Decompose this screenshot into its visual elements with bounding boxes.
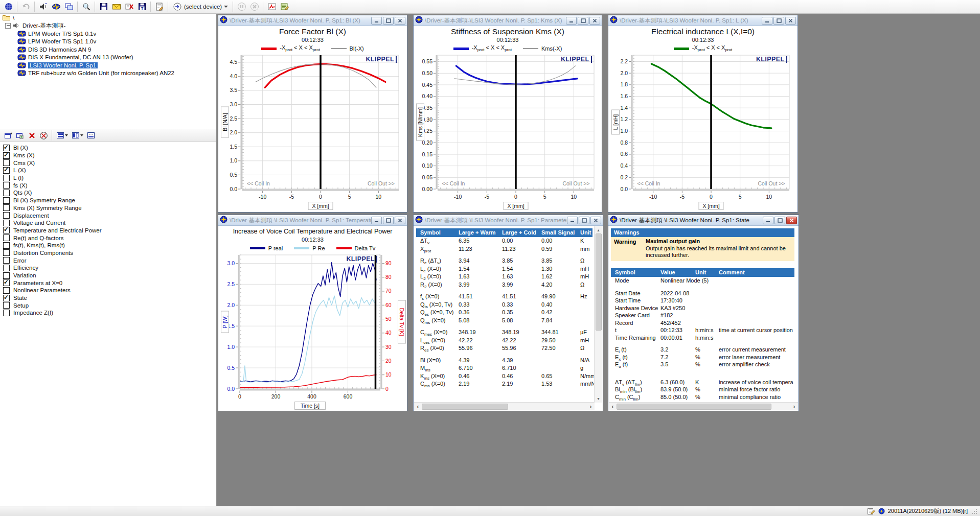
minimize-button[interactable] bbox=[371, 17, 382, 25]
checkbox[interactable] bbox=[3, 152, 10, 159]
checkbox[interactable] bbox=[3, 242, 10, 249]
operation-item[interactable]: Setup bbox=[0, 301, 216, 309]
operation-item[interactable]: Nonlinear Parameters bbox=[0, 287, 216, 294]
operation-item[interactable]: Distortion Components bbox=[0, 249, 216, 257]
scrollbar-thumb[interactable] bbox=[422, 404, 508, 410]
minimize-button[interactable] bbox=[567, 217, 578, 224]
scrollbar-thumb[interactable] bbox=[596, 233, 602, 331]
checkbox[interactable] bbox=[3, 212, 10, 219]
tree-root[interactable]: \ bbox=[0, 14, 216, 22]
operation-item[interactable]: State bbox=[0, 294, 216, 302]
pause-icon[interactable] bbox=[235, 1, 248, 13]
temperature-power-plot[interactable]: 02004006000.00.51.01.52.02.53.0010203040… bbox=[219, 253, 406, 410]
checkbox[interactable] bbox=[3, 197, 10, 204]
horizontal-scrollbar[interactable]: ‹ › bbox=[414, 402, 595, 410]
operation-item[interactable]: Bl (X) bbox=[0, 144, 216, 152]
open-window-settings-icon[interactable] bbox=[14, 130, 26, 141]
tree-group[interactable]: Driver-基本測項- bbox=[0, 22, 216, 30]
copy-window-icon[interactable] bbox=[62, 1, 75, 13]
close-button[interactable] bbox=[395, 17, 405, 25]
vertical-scrollbar[interactable]: ▲ ▼ bbox=[594, 226, 602, 403]
close-button[interactable] bbox=[589, 17, 600, 25]
checkbox[interactable] bbox=[3, 175, 10, 181]
operation-item[interactable]: Parameters at X=0 bbox=[0, 279, 216, 287]
checkbox[interactable] bbox=[3, 279, 10, 286]
scroll-left-icon[interactable]: ‹ bbox=[414, 403, 422, 410]
tree-item[interactable]: DIS X Fundamental, DC AN 13 (Woofer) bbox=[0, 54, 216, 62]
minimize-button[interactable] bbox=[371, 217, 382, 224]
horizontal-scrollbar[interactable]: ‹ › bbox=[609, 402, 798, 410]
checkbox[interactable] bbox=[3, 272, 10, 279]
layout-rows-icon[interactable] bbox=[54, 130, 66, 141]
titlebar[interactable]: \Driver-基本測項-\LSI3 Woofer Nonl. P. Sp1: … bbox=[414, 215, 603, 226]
speaker-icon[interactable] bbox=[37, 1, 50, 13]
scroll-right-icon[interactable]: › bbox=[587, 403, 595, 410]
titlebar[interactable]: \Driver-基本測項-\LSI3 Woofer Nonl. P. Sp1: … bbox=[414, 15, 602, 26]
checkbox[interactable] bbox=[3, 190, 10, 196]
notes-icon[interactable] bbox=[278, 1, 291, 13]
layout-bottom-icon[interactable] bbox=[85, 130, 97, 141]
maximize-button[interactable] bbox=[578, 17, 588, 25]
maximize-button[interactable] bbox=[773, 17, 784, 25]
operation-item[interactable]: Kms (X) bbox=[0, 152, 216, 159]
minimize-button[interactable] bbox=[762, 17, 772, 25]
minimize-button[interactable] bbox=[566, 17, 577, 25]
resize-grip[interactable] bbox=[971, 508, 978, 515]
checkbox[interactable] bbox=[3, 227, 10, 233]
properties-icon[interactable] bbox=[153, 1, 166, 13]
close-button[interactable] bbox=[590, 217, 601, 224]
operation-item[interactable]: Re(t) and Q-factors bbox=[0, 234, 216, 242]
tree-item[interactable]: LPM Woofer T/S Sp1 0.1v bbox=[0, 30, 216, 38]
operation-item[interactable]: Temperature and Electrical Power bbox=[0, 227, 216, 234]
select-device-dropdown[interactable]: (select device) bbox=[170, 1, 231, 13]
close-button[interactable] bbox=[395, 217, 405, 224]
tree-item[interactable]: TRF rub+buzz w/o Golden Unit (for micros… bbox=[0, 69, 216, 78]
save-icon[interactable] bbox=[97, 1, 110, 13]
checkbox[interactable] bbox=[3, 167, 10, 174]
open-window-icon[interactable] bbox=[3, 130, 14, 141]
chevron-down-icon[interactable] bbox=[80, 134, 83, 136]
operation-item[interactable]: L (X) bbox=[0, 167, 216, 174]
operation-item[interactable]: Bl (X) Symmetry Range bbox=[0, 197, 216, 204]
checkbox[interactable] bbox=[3, 182, 10, 189]
discard-icon[interactable] bbox=[38, 130, 50, 141]
operation-item[interactable]: L (I) bbox=[0, 174, 216, 182]
checkbox[interactable] bbox=[3, 204, 10, 211]
checkbox[interactable] bbox=[3, 310, 10, 316]
operation-item[interactable]: Qts (X) bbox=[0, 189, 216, 197]
measurement-icon[interactable] bbox=[50, 1, 62, 13]
delete-results-icon[interactable] bbox=[123, 1, 135, 13]
scroll-down-icon[interactable]: ▼ bbox=[595, 395, 602, 403]
scrollbar-thumb[interactable] bbox=[617, 404, 771, 410]
app-icon[interactable] bbox=[2, 1, 15, 13]
operation-item[interactable]: Error bbox=[0, 256, 216, 264]
maximize-button[interactable] bbox=[383, 217, 394, 224]
titlebar[interactable]: \Driver-基本測項-\LSI3 Woofer Nonl. P. Sp1: … bbox=[218, 215, 407, 226]
delete-icon[interactable] bbox=[26, 130, 38, 141]
layout-columns-icon[interactable] bbox=[70, 130, 81, 141]
checkbox[interactable] bbox=[3, 220, 10, 226]
checkbox[interactable] bbox=[3, 295, 10, 301]
close-button[interactable] bbox=[786, 217, 797, 224]
scroll-left-icon[interactable]: ‹ bbox=[609, 403, 617, 410]
scroll-right-icon[interactable]: › bbox=[790, 403, 798, 410]
titlebar[interactable]: \Driver-基本測項-\LSI3 Woofer Nonl. P. Sp1: … bbox=[608, 15, 797, 26]
minimize-button[interactable] bbox=[763, 217, 773, 224]
maximize-button[interactable] bbox=[579, 217, 589, 224]
collapse-icon[interactable] bbox=[5, 23, 11, 29]
operation-item[interactable]: Kms (X) Symmetry Range bbox=[0, 204, 216, 212]
operation-item[interactable]: Impedance Z(f) bbox=[0, 309, 216, 317]
checkbox[interactable] bbox=[3, 257, 10, 264]
checkbox[interactable] bbox=[3, 265, 10, 271]
operation-item[interactable]: Variation bbox=[0, 272, 216, 279]
close-button[interactable] bbox=[785, 17, 796, 25]
checkbox[interactable] bbox=[3, 234, 10, 241]
impedance-curve-icon[interactable] bbox=[265, 1, 278, 13]
scroll-up-icon[interactable]: ▲ bbox=[595, 226, 602, 234]
tree-item[interactable]: LPM Woofer T/S Sp1 1.0v bbox=[0, 38, 216, 46]
operation-item[interactable]: fs (X) bbox=[0, 181, 216, 189]
l-x-plot[interactable]: -10-505100.00.20.40.60.81.01.21.41.61.82… bbox=[610, 53, 796, 210]
chevron-down-icon[interactable] bbox=[65, 134, 68, 136]
maximize-button[interactable] bbox=[383, 17, 394, 25]
checkbox[interactable] bbox=[3, 145, 10, 151]
